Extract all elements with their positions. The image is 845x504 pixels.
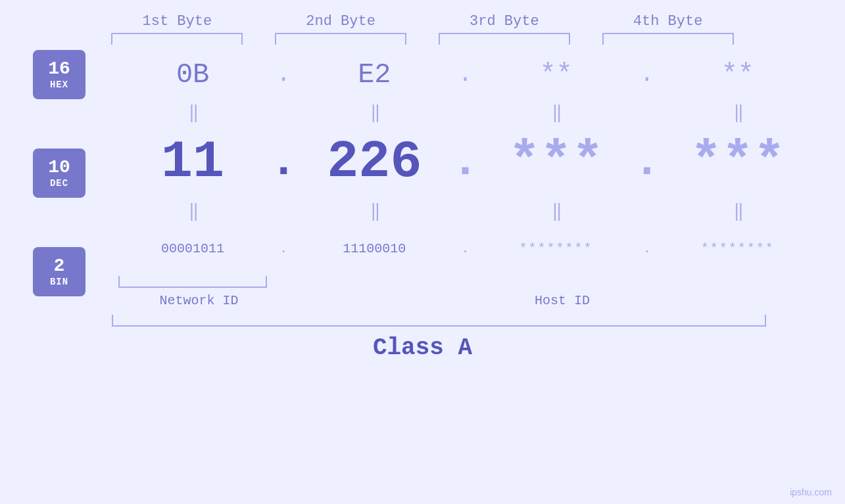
hex-badge-num: 16 [48,59,70,80]
byte-headers-row: 1st Byte 2nd Byte 3rd Byte 4th Byte [0,13,845,30]
eq-7: ‖ [482,200,631,221]
bottom-brackets [118,276,812,288]
watermark: ipshu.com [790,487,832,497]
bracket-sep-2 [449,276,482,288]
dec-b2: 226 [300,132,448,192]
bracket-sep-1 [267,276,300,288]
dec-dot-3: . [631,136,664,188]
dec-b4: *** [664,132,812,192]
byte3-header: 3rd Byte [432,13,577,30]
label-sep-1 [279,293,312,308]
bin-b1: 00001011 [118,241,267,256]
dec-badge-label: DEC [50,178,68,189]
eq-row-1: ‖ ‖ ‖ ‖ [118,99,812,126]
dec-b3: *** [482,132,631,192]
bin-b3: ******** [482,241,631,256]
top-brackets [0,33,845,45]
byte1-header: 1st Byte [105,13,249,30]
dec-data-row: 11 . 226 . *** . *** [118,126,812,198]
hex-badge: 16 HEX [33,50,85,99]
bracket-host-2 [664,276,812,288]
bracket-host-1 [482,276,631,288]
byte2-header: 2nd Byte [268,13,413,30]
dec-dot-1: . [267,136,300,188]
bin-dot-1: . [267,241,300,256]
host-id-label: Host ID [312,293,812,308]
bracket-gap [300,276,448,288]
dec-dot-2: . [449,136,482,188]
bracket-3 [439,33,570,45]
bracket-2 [275,33,406,45]
eq-8: ‖ [664,200,812,221]
dec-badge: 10 DEC [33,149,85,198]
content-wrapper: 16 HEX 10 DEC 2 BIN 0B . E2 . ** [0,45,845,308]
eq-3: ‖ [482,102,631,123]
hex-b4: ** [664,59,812,91]
bin-dot-3: . [631,241,664,256]
hex-dot-2: . [449,61,482,88]
bin-data-row: 00001011 . 11100010 . ******** . *******… [118,224,812,273]
overall-bottom-bracket [112,315,766,327]
hex-b1: 0B [118,59,267,91]
bin-badge-label: BIN [50,277,68,287]
bracket-sep-3 [631,276,664,288]
dec-badge-num: 10 [48,158,70,178]
badges-column: 16 HEX 10 DEC 2 BIN [33,50,85,308]
bin-b2: 11100010 [300,241,448,256]
hex-badge-label: HEX [50,80,68,90]
bin-b4: ******** [664,241,812,256]
bin-badge-num: 2 [54,256,65,277]
eq-2: ‖ [300,102,448,123]
eq-6: ‖ [300,200,448,221]
bin-dot-2: . [449,241,482,256]
hex-b2: E2 [300,59,448,91]
data-rows: 0B . E2 . ** . ** ‖ ‖ ‖ ‖ 11 . [105,50,812,308]
hex-dot-1: . [267,61,300,88]
eq-1: ‖ [118,102,267,123]
dec-b1: 11 [118,132,267,192]
bracket-4 [602,33,734,45]
eq-4: ‖ [664,102,812,123]
main-container: 1st Byte 2nd Byte 3rd Byte 4th Byte 16 H… [0,0,845,504]
byte4-header: 4th Byte [596,13,740,30]
network-id-label: Network ID [118,293,279,308]
hex-b3: ** [482,59,631,91]
hex-data-row: 0B . E2 . ** . ** [118,50,812,99]
network-id-bracket [118,276,267,288]
eq-5: ‖ [118,200,267,221]
eq-row-2: ‖ ‖ ‖ ‖ [118,198,812,224]
hex-dot-3: . [631,61,664,88]
bin-badge: 2 BIN [33,247,85,296]
id-labels: Network ID Host ID [118,293,812,308]
bracket-1 [111,33,243,45]
class-label: Class A [0,334,845,361]
